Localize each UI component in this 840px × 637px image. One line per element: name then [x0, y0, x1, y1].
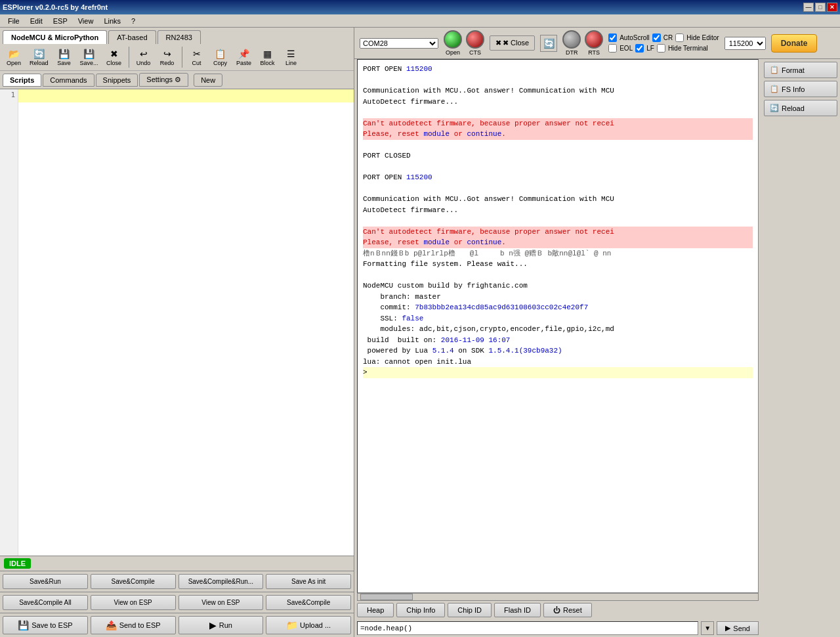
- minimize-button[interactable]: —: [803, 3, 814, 12]
- tab-at-based[interactable]: AT-based: [108, 30, 156, 44]
- flash-id-button[interactable]: Flash ID: [494, 603, 541, 617]
- cts-led-button[interactable]: CTS: [466, 30, 484, 56]
- close-file-icon: ✖: [108, 48, 121, 60]
- rts-led-button[interactable]: RTS: [585, 30, 603, 56]
- sub-tab-settings[interactable]: Settings ⚙: [139, 73, 188, 87]
- close-btn-group: ✖ ✖ Close: [490, 35, 535, 51]
- menu-view[interactable]: View: [73, 16, 99, 26]
- format-button[interactable]: 📋 Format: [764, 62, 837, 78]
- h-scrollbar-thumb[interactable]: [360, 594, 413, 600]
- terminal-line: [363, 215, 753, 227]
- send-button[interactable]: ▶ Send: [717, 621, 759, 635]
- terminal-line: Please, reset module or continue.: [363, 129, 753, 140]
- donate-button[interactable]: Donate: [771, 34, 818, 53]
- upload-button[interactable]: 📁 Upload ...: [266, 616, 351, 634]
- redo-button[interactable]: ↪ Redo: [156, 46, 178, 68]
- heap-button[interactable]: Heap: [357, 603, 394, 617]
- lf-checkbox[interactable]: [635, 44, 644, 53]
- autoscroll-checkbox[interactable]: [608, 33, 617, 42]
- terminal-line: powered by Lua 5.1.4 on SDK 1.5.4.1(39cb…: [363, 345, 753, 357]
- terminal-input-line: >: [363, 367, 753, 378]
- open-icon: 📂: [7, 48, 20, 60]
- view-on-esp-button-1[interactable]: View on ESP: [91, 595, 176, 610]
- reload-fs-button[interactable]: 🔄 Reload: [764, 100, 837, 116]
- open-led-button[interactable]: Open: [444, 30, 462, 56]
- menu-links[interactable]: Links: [98, 16, 126, 26]
- sub-tab-snippets[interactable]: Snippets: [96, 74, 138, 87]
- tab-nodemcu[interactable]: NodeMCU & MicroPython: [3, 30, 107, 44]
- terminal-line: Please, reset module or continue.: [363, 237, 753, 248]
- chip-info-button[interactable]: Chip Info: [396, 603, 445, 617]
- menu-help[interactable]: ?: [126, 16, 140, 26]
- line-button[interactable]: ☰ Line: [280, 46, 303, 68]
- undo-button[interactable]: ↩ Undo: [133, 46, 155, 68]
- command-input-row: ▼ ▶ Send: [354, 619, 761, 637]
- sub-tab-scripts[interactable]: Scripts: [3, 74, 41, 87]
- save-as-init-button[interactable]: Save As init: [266, 574, 351, 589]
- fs-info-icon: 📋: [770, 85, 779, 93]
- autoscroll-label: AutoScroll: [620, 34, 650, 41]
- command-history-dropdown[interactable]: ▼: [701, 621, 714, 635]
- close-window-button[interactable]: ✕: [827, 3, 837, 12]
- menu-edit[interactable]: Edit: [25, 16, 48, 26]
- terminal-horizontal-scrollbar[interactable]: [357, 593, 759, 601]
- paste-button[interactable]: 📌 Paste: [233, 46, 255, 68]
- close-file-button[interactable]: ✖ Close: [103, 46, 125, 68]
- save-to-esp-button[interactable]: 💾 Save to ESP: [3, 616, 88, 634]
- command-input[interactable]: [357, 621, 698, 635]
- save-compile-all-button[interactable]: Save&Compile All: [3, 595, 88, 610]
- chip-id-button[interactable]: Chip ID: [448, 603, 492, 617]
- close-port-button[interactable]: ✖ ✖ Close: [490, 35, 535, 51]
- terminal-line: [363, 107, 753, 118]
- save-compile-button-2[interactable]: Save&Compile: [266, 595, 351, 610]
- main-container: NodeMCU & MicroPython AT-based RN2483 📂 …: [0, 28, 840, 637]
- save-run-button[interactable]: Save&Run: [3, 574, 88, 589]
- com-port-select[interactable]: COM28 COM1 COM3: [360, 38, 438, 49]
- reset-button[interactable]: ⏻ Reset: [543, 603, 592, 617]
- open-led: [444, 30, 462, 49]
- save-compile-button[interactable]: Save&Compile: [91, 574, 176, 589]
- save-button[interactable]: 💾 Save: [53, 46, 75, 68]
- refresh-button[interactable]: 🔄: [540, 35, 557, 52]
- dtr-led-button[interactable]: DTR: [562, 30, 581, 56]
- top-tab-strip: NodeMCU & MicroPython AT-based RN2483: [0, 28, 354, 44]
- hide-terminal-checkbox[interactable]: [657, 44, 665, 53]
- run-button[interactable]: ▶ Run: [178, 616, 264, 634]
- save-as-button[interactable]: 💾 Save...: [77, 46, 102, 68]
- right-panel: COM28 COM1 COM3 Open CTS ✖ ✖ Close: [354, 28, 840, 637]
- reload-icon: 🔄: [32, 48, 45, 60]
- window-controls: — □ ✕: [803, 3, 837, 12]
- block-button[interactable]: ▦ Block: [257, 46, 279, 68]
- save-compile-run-button[interactable]: Save&Compile&Run...: [178, 574, 264, 589]
- sub-tab-commands[interactable]: Commands: [43, 74, 94, 87]
- copy-icon: 📋: [214, 48, 227, 60]
- copy-button[interactable]: 📋 Copy: [209, 46, 232, 68]
- cr-checkbox[interactable]: [652, 33, 661, 42]
- eol-checkbox[interactable]: [608, 44, 617, 53]
- maximize-button[interactable]: □: [815, 3, 826, 12]
- editor-area[interactable]: 1: [0, 89, 354, 556]
- save-icon: 💾: [58, 48, 71, 60]
- led-group: Open CTS: [444, 30, 484, 56]
- open-button[interactable]: 📂 Open: [3, 46, 25, 68]
- menu-esp[interactable]: ESP: [48, 16, 73, 26]
- terminal-output[interactable]: PORT OPEN 115200 Communication with MCU.…: [357, 59, 759, 593]
- terminal-bottom-buttons: Heap Chip Info Chip ID Flash ID ⏻ Reset: [354, 601, 761, 619]
- new-file-button[interactable]: New: [194, 74, 222, 87]
- terminal-line: Formatting file system. Please wait...: [363, 259, 753, 270]
- hide-editor-checkbox[interactable]: [675, 33, 684, 42]
- view-on-esp-button-2[interactable]: View on ESP: [178, 595, 264, 610]
- terminal-line: 橹nＢnn錢Ｂb p@lrlrlp橹 @l b n强 @赠Ｂ b敵nn@l@l`…: [363, 248, 753, 259]
- com-toolbar: COM28 COM1 COM3 Open CTS ✖ ✖ Close: [354, 28, 840, 59]
- reload-button[interactable]: 🔄 Reload: [26, 46, 52, 68]
- tab-rn2483[interactable]: RN2483: [158, 30, 201, 44]
- terminal-line: build built on: 2016-11-09 16:07: [363, 335, 753, 346]
- fs-info-button[interactable]: 📋 FS Info: [764, 81, 837, 97]
- send-icon: ▶: [725, 624, 730, 632]
- cts-led: [466, 30, 484, 49]
- baud-rate-select[interactable]: 115200 9600 57600 230400: [724, 37, 766, 50]
- menu-file[interactable]: File: [3, 16, 25, 26]
- sub-tab-strip: Scripts Commands Snippets Settings ⚙ New: [0, 71, 354, 89]
- send-to-esp-button[interactable]: 📤 Send to ESP: [91, 616, 176, 634]
- cut-button[interactable]: ✂ Cut: [186, 46, 208, 68]
